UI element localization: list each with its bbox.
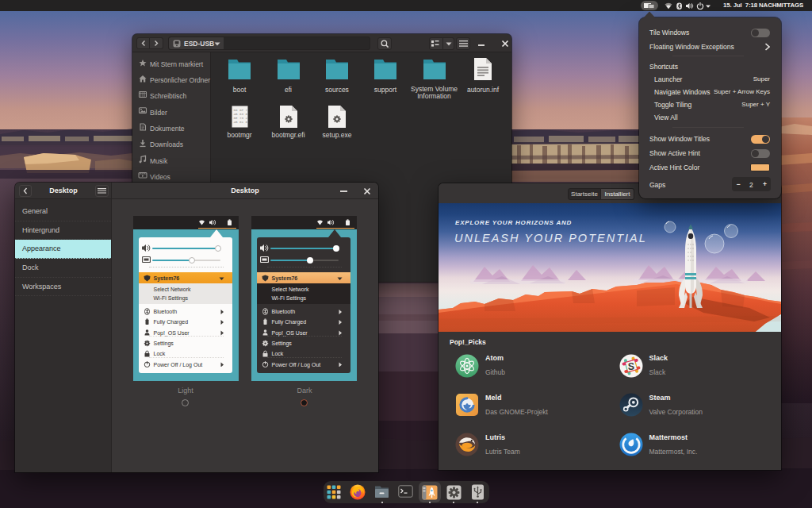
svg-text:50 8F 73: 50 8F 73 xyxy=(233,109,248,112)
svg-text:S: S xyxy=(627,360,634,371)
svg-text:EXPLORE YOUR HORIZONS AND: EXPLORE YOUR HORIZONS AND xyxy=(455,219,572,226)
svg-text:8E 73 20: 8E 73 20 xyxy=(233,117,248,120)
svg-text:4B 83 8F: 4B 83 8F xyxy=(233,113,248,116)
svg-text:4B 81 8E: 4B 81 8E xyxy=(233,121,248,124)
svg-text:UNLEASH YOUR POTENTIAL: UNLEASH YOUR POTENTIAL xyxy=(454,232,647,244)
